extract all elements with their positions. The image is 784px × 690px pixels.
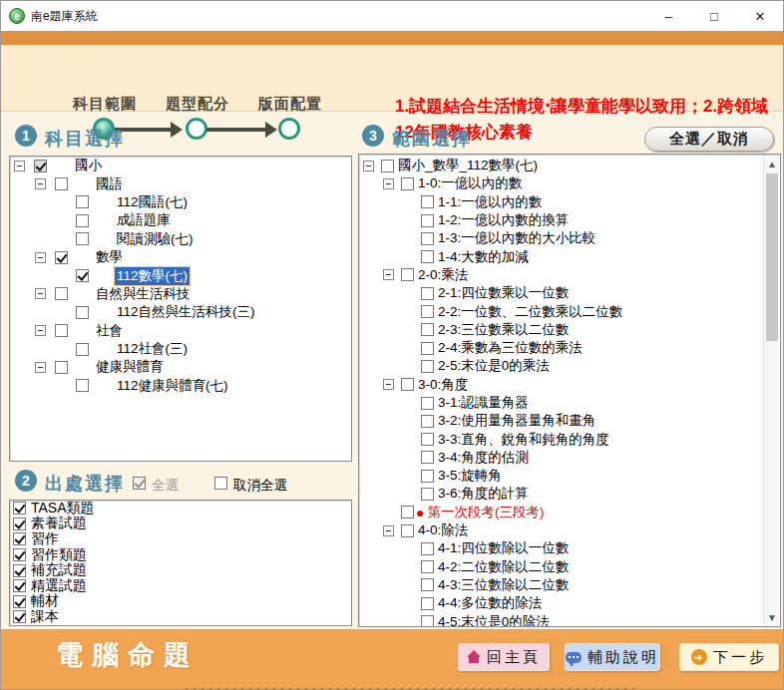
minimize-button[interactable]: –: [645, 1, 691, 31]
select-all-checkbox[interactable]: [133, 477, 146, 490]
tree-node[interactable]: 2-4:乘數為三位數的乘法: [359, 339, 763, 357]
checkbox[interactable]: [401, 506, 414, 518]
select-toggle-button[interactable]: 全選／取消: [644, 127, 774, 152]
tree-node-label[interactable]: 2-2:一位數、二位數乘以二位數: [436, 303, 624, 321]
checkbox[interactable]: [421, 195, 434, 208]
expander-icon[interactable]: [35, 288, 46, 299]
tree-node-label[interactable]: 4-1:四位數除以一位數: [436, 539, 571, 557]
tree-node-label[interactable]: 成語題庫: [115, 211, 173, 229]
checkbox[interactable]: [421, 232, 434, 245]
tree-node-label[interactable]: 2-1:四位數乘以一位數: [436, 284, 571, 302]
tree-node[interactable]: 社會: [10, 322, 351, 340]
checkbox[interactable]: [76, 195, 89, 208]
checkbox[interactable]: [34, 160, 47, 172]
checkbox[interactable]: [401, 524, 414, 537]
checkbox[interactable]: [55, 251, 68, 264]
tree-node-label[interactable]: 3-5:旋轉角: [436, 467, 504, 485]
tree-node[interactable]: 國小_數學_112數學(七): [359, 157, 763, 174]
checkbox[interactable]: [76, 306, 89, 319]
expander-icon[interactable]: [383, 269, 394, 280]
checkbox[interactable]: [421, 488, 434, 501]
expander-icon[interactable]: [383, 178, 394, 189]
tree-node-label[interactable]: 國小_數學_112數學(七): [396, 157, 540, 174]
list-item[interactable]: 精選試題: [10, 578, 351, 594]
tree-node-label[interactable]: 3-6:角度的計算: [436, 485, 531, 503]
scrollbar-thumb[interactable]: [766, 173, 778, 341]
tree-node-label[interactable]: 3-0:角度: [416, 376, 470, 394]
checkbox[interactable]: [76, 232, 89, 245]
tree-node[interactable]: 4-1:四位數除以一位數: [359, 539, 763, 557]
checkbox[interactable]: [421, 415, 434, 428]
checkbox[interactable]: [13, 532, 26, 545]
maximize-button[interactable]: □: [691, 1, 737, 31]
list-item[interactable]: 補充試題: [10, 562, 351, 578]
close-button[interactable]: ✕: [737, 1, 783, 31]
tree-node[interactable]: 3-4:角度的估測: [359, 449, 763, 467]
checkbox[interactable]: [13, 518, 26, 530]
checkbox[interactable]: [13, 579, 26, 592]
expander-icon[interactable]: [35, 252, 46, 263]
tree-node[interactable]: 4-4:多位數的除法: [359, 594, 763, 612]
deselect-all-label[interactable]: 取消全選: [233, 477, 287, 495]
list-item[interactable]: 習作類題: [10, 547, 351, 563]
select-all-label[interactable]: 全選: [152, 477, 179, 495]
tree-node[interactable]: 成語題庫: [10, 211, 351, 229]
home-button[interactable]: 回主頁: [458, 643, 550, 671]
tree-node[interactable]: 4-2:二位數除以二位數: [359, 558, 763, 576]
tree-node[interactable]: 4-5:末位是0的除法: [359, 612, 763, 627]
tree-node-label[interactable]: 閱讀測驗(七): [115, 230, 196, 248]
tree-node-label[interactable]: 2-5:末位是0的乘法: [436, 357, 552, 375]
tree-node-label[interactable]: 4-0:除法: [416, 521, 470, 539]
checkbox[interactable]: [401, 268, 414, 281]
checkbox[interactable]: [421, 597, 434, 610]
checkbox[interactable]: [76, 214, 89, 227]
tree-node[interactable]: 健康與體育: [10, 358, 351, 376]
tree-node-label[interactable]: 3-1:認識量角器: [436, 394, 531, 412]
tree-node[interactable]: 2-1:四位數乘以一位數: [359, 284, 763, 302]
list-item[interactable]: 課本: [10, 609, 351, 625]
tree-node-label[interactable]: 4-2:二位數除以二位數: [436, 558, 571, 576]
checkbox[interactable]: [421, 615, 434, 627]
checkbox[interactable]: [421, 287, 434, 300]
tree-node[interactable]: 112數學(七): [10, 266, 351, 284]
tree-node[interactable]: 3-6:角度的計算: [359, 485, 763, 503]
tree-node-label[interactable]: 4-3:三位數除以二位數: [436, 576, 571, 594]
checkbox[interactable]: [76, 269, 89, 282]
checkbox[interactable]: [55, 177, 68, 190]
tree-node[interactable]: 2-3:三位數乘以二位數: [359, 321, 763, 339]
expander-icon[interactable]: [35, 178, 46, 189]
checkbox[interactable]: [421, 214, 434, 227]
tree-node[interactable]: 3-5:旋轉角: [359, 467, 763, 485]
tree-node[interactable]: 112社會(三): [10, 340, 351, 358]
tree-node[interactable]: 1-4:大數的加減: [359, 247, 763, 265]
expander-icon[interactable]: [35, 362, 46, 373]
tree-node-label[interactable]: 1-3:一億以內數的大小比較: [436, 229, 597, 247]
tree-node-label[interactable]: 4-5:末位是0的除法: [436, 613, 552, 627]
checkbox[interactable]: [13, 502, 26, 515]
checkbox[interactable]: [55, 287, 68, 300]
tree-node-label[interactable]: 國小: [73, 157, 104, 174]
tree-node[interactable]: ●第一次段考(三段考): [359, 504, 763, 521]
tree-node-label[interactable]: 健康與體育: [94, 358, 166, 376]
tree-node[interactable]: 1-3:一億以內數的大小比較: [359, 229, 763, 247]
next-step-button[interactable]: ➜ 下一步: [679, 643, 779, 671]
expander-icon[interactable]: [383, 525, 394, 536]
checkbox[interactable]: [421, 342, 434, 355]
checkbox[interactable]: [421, 323, 434, 336]
checkbox[interactable]: [421, 451, 434, 464]
checkbox[interactable]: [421, 397, 434, 410]
checkbox[interactable]: [421, 560, 434, 573]
tree-node-label[interactable]: 國語: [94, 175, 125, 193]
step-2[interactable]: 題型配分: [151, 95, 244, 114]
tree-node[interactable]: 3-1:認識量角器: [359, 394, 763, 412]
list-item[interactable]: TASA類題: [10, 501, 351, 517]
checkbox[interactable]: [381, 160, 394, 172]
tree-node[interactable]: 1-2:一億以內數的換算: [359, 211, 763, 229]
expander-icon[interactable]: [363, 161, 374, 172]
checkbox[interactable]: [13, 610, 26, 623]
tree-node[interactable]: 112自然與生活科技(三): [10, 303, 351, 321]
tree-node[interactable]: 4-3:三位數除以二位數: [359, 576, 763, 594]
tree-node-label[interactable]: 4-4:多位數的除法: [436, 594, 544, 612]
expander-icon[interactable]: [14, 161, 25, 172]
tree-node-label[interactable]: 3-4:角度的估測: [436, 449, 531, 467]
